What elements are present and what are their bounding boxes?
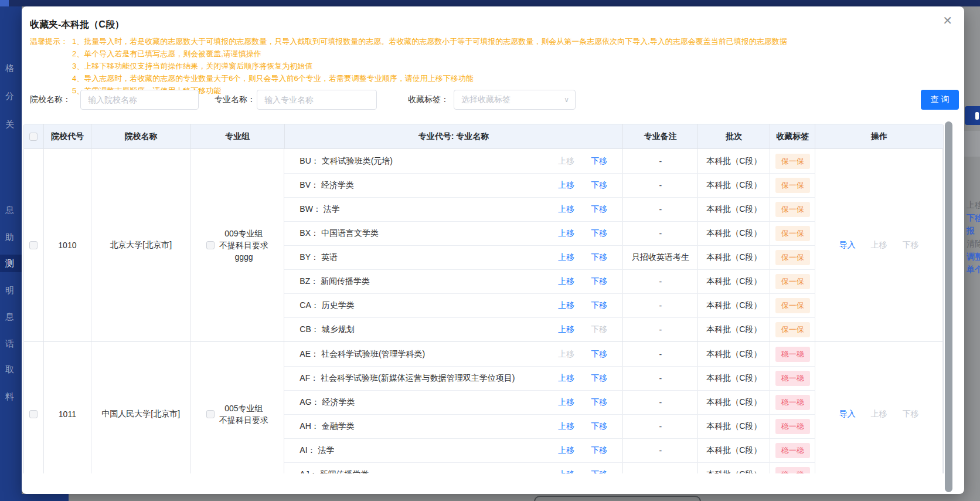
sidebar-item-明[interactable]: 明 xyxy=(0,282,22,299)
occluded-link[interactable]: 报 xyxy=(967,226,975,236)
sidebar-item-分[interactable]: 分 xyxy=(0,87,22,105)
move-down-link[interactable]: 下移 xyxy=(591,373,607,384)
major-group-text: 005专业组不提科目要求 xyxy=(219,402,268,426)
move-up-link[interactable]: 上移 xyxy=(558,276,574,287)
sidebar-item-格[interactable]: 格 xyxy=(0,59,22,77)
tag-badge: 保一保 xyxy=(775,178,810,193)
move-down-link[interactable]: 下移 xyxy=(591,204,607,215)
batch-cell: 本科批（C段） xyxy=(698,294,770,317)
move-up-link[interactable]: 上移 xyxy=(558,156,574,167)
search-button[interactable]: 查 询 xyxy=(921,90,959,110)
close-icon[interactable]: ✕ xyxy=(942,15,952,26)
group-move-down-link[interactable]: 下移 xyxy=(903,240,919,250)
move-up-link[interactable]: 上移 xyxy=(558,180,574,191)
import-link[interactable]: 导入 xyxy=(839,240,856,250)
group-actions: 导入上移下移 xyxy=(839,409,919,419)
move-down-link[interactable]: 下移 xyxy=(591,469,607,473)
move-down-link[interactable]: 下移 xyxy=(591,324,607,335)
move-down-link[interactable]: 下移 xyxy=(591,252,607,263)
major-row: AF： 社会科学试验班(新媒体运营与数据管理双主学位项目)上移下移-本科批（C段… xyxy=(284,366,815,390)
group-move-up-link[interactable]: 上移 xyxy=(871,409,887,419)
major-remark-cell: - xyxy=(623,367,698,390)
move-down-link[interactable]: 下移 xyxy=(591,180,607,191)
move-up-link[interactable]: 上移 xyxy=(558,300,574,311)
move-links: 上移下移 xyxy=(558,373,607,384)
move-down-link[interactable]: 下移 xyxy=(591,276,607,287)
import-link[interactable]: 导入 xyxy=(839,409,856,419)
occluded-primary-button[interactable] xyxy=(965,106,980,125)
column-header: 收藏标签 xyxy=(770,124,815,148)
move-links: 上移下移 xyxy=(558,324,607,335)
group-checkbox[interactable] xyxy=(206,241,215,249)
major-row: BU： 文科试验班类(元培)上移下移-本科批（C段）保一保 xyxy=(284,149,815,173)
favorites-modal: 收藏夹-本科批（C段） ✕ 温馨提示： 1、批量导入时，若是收藏的志愿数大于可填… xyxy=(22,6,964,494)
column-header: 专业备注 xyxy=(623,124,698,148)
group-move-up-link[interactable]: 上移 xyxy=(871,240,887,250)
sidebar-item-测[interactable]: 测 xyxy=(0,255,22,272)
move-down-link[interactable]: 下移 xyxy=(591,397,607,408)
move-down-link[interactable]: 下移 xyxy=(591,156,607,167)
school-name-input[interactable] xyxy=(80,90,199,110)
major-remark-cell: - xyxy=(623,463,698,473)
move-up-link[interactable]: 上移 xyxy=(558,373,574,384)
tip-line: 1、批量导入时，若是收藏的志愿数大于可填报的志愿数量，只导入截取到可填报数量的志… xyxy=(72,35,948,48)
tag-cell: 稳一稳 xyxy=(770,391,815,414)
group-select-cell xyxy=(24,149,44,341)
major-group-line: 005专业组 xyxy=(219,402,268,414)
sidebar-item-话[interactable]: 话 xyxy=(0,335,22,353)
occluded-link[interactable]: 调整 xyxy=(967,252,980,262)
occluded-link[interactable]: 清除 xyxy=(967,239,980,249)
move-down-link[interactable]: 下移 xyxy=(591,228,607,239)
tag-badge: 稳一稳 xyxy=(775,395,810,410)
major-remark-cell: - xyxy=(623,342,698,366)
move-up-link[interactable]: 上移 xyxy=(558,469,574,473)
move-down-link[interactable]: 下移 xyxy=(591,349,607,360)
major-name-cell: AI： 法学上移下移 xyxy=(284,439,623,462)
occluded-link[interactable]: 上移 xyxy=(967,200,980,211)
move-down-link[interactable]: 下移 xyxy=(591,445,607,456)
occluded-link[interactable]: 下移 xyxy=(967,213,980,224)
group-move-down-link[interactable]: 下移 xyxy=(903,409,919,419)
major-group-line: gggg xyxy=(219,251,268,263)
major-name-cell: AH： 金融学类上移下移 xyxy=(284,415,623,438)
batch-cell: 本科批（C段） xyxy=(698,367,770,390)
sidebar-item-助[interactable]: 助 xyxy=(0,228,22,246)
sidebar-item-取[interactable]: 取 xyxy=(0,361,22,378)
sidebar-item-息[interactable]: 息 xyxy=(0,201,22,219)
modal-scrollbar-thumb[interactable] xyxy=(945,121,952,492)
move-up-link[interactable]: 上移 xyxy=(558,445,574,456)
major-name-input[interactable] xyxy=(257,90,377,110)
favorite-tag-select[interactable]: 选择收藏标签 ∨ xyxy=(454,90,576,110)
major-label: AH： 金融学类 xyxy=(300,421,354,432)
move-up-link[interactable]: 上移 xyxy=(558,349,574,360)
major-group-cell: 009专业组不提科目要求gggg xyxy=(191,149,285,341)
group-checkbox[interactable] xyxy=(206,410,215,418)
batch-cell: 本科批（C段） xyxy=(698,439,770,462)
move-up-link[interactable]: 上移 xyxy=(558,421,574,432)
move-up-link[interactable]: 上移 xyxy=(558,252,574,263)
move-up-link[interactable]: 上移 xyxy=(558,397,574,408)
major-remark-cell: - xyxy=(623,439,698,462)
batch-cell: 本科批（C段） xyxy=(698,342,770,366)
major-group-line: 不提科目要求 xyxy=(219,414,268,426)
move-up-link[interactable]: 上移 xyxy=(558,324,574,335)
major-remark-cell: - xyxy=(623,174,698,197)
move-up-link[interactable]: 上移 xyxy=(558,204,574,215)
move-down-link[interactable]: 下移 xyxy=(591,421,607,432)
major-row: BZ： 新闻传播学类上移下移-本科批（C段）保一保 xyxy=(284,269,815,293)
major-remark-cell: 只招收英语考生 xyxy=(623,246,698,269)
tag-badge: 稳一稳 xyxy=(775,347,810,362)
sidebar-item-料[interactable]: 料 xyxy=(0,388,22,405)
sidebar-item-息[interactable]: 息 xyxy=(0,308,22,326)
row-checkbox[interactable] xyxy=(29,241,38,249)
batch-cell: 本科批（C段） xyxy=(698,391,770,414)
move-up-link[interactable]: 上移 xyxy=(558,228,574,239)
move-links: 上移下移 xyxy=(558,397,607,408)
filter-bar: 院校名称： 专业名称： 收藏标签： 选择收藏标签 ∨ 查 询 xyxy=(30,90,956,110)
row-checkbox[interactable] xyxy=(29,410,38,418)
sidebar-item-关[interactable]: 关 xyxy=(0,116,22,133)
select-all-checkbox[interactable] xyxy=(29,133,38,141)
move-down-link[interactable]: 下移 xyxy=(591,300,607,311)
occluded-link[interactable]: 单个 xyxy=(967,265,980,275)
tag-cell: 保一保 xyxy=(770,198,815,221)
